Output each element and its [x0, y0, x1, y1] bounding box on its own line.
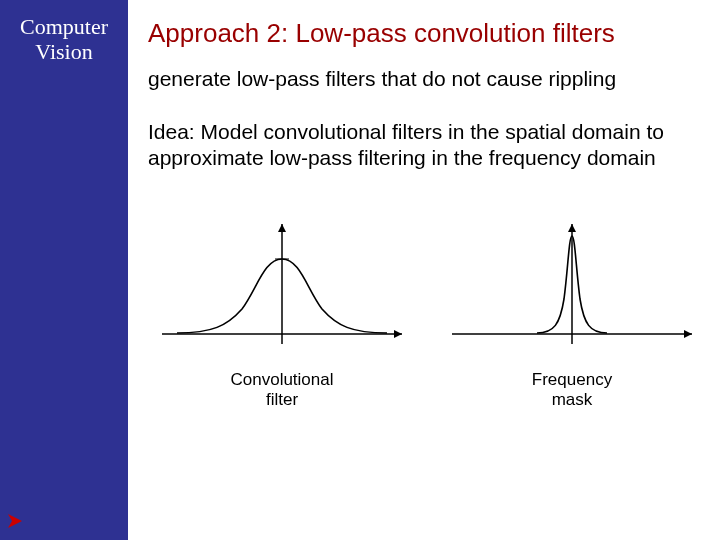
- svg-marker-10: [568, 224, 576, 232]
- caption-conv-text: Convolutionalfilter: [230, 370, 333, 409]
- svg-marker-2: [394, 330, 402, 338]
- sidebar-title-line1: Computer: [0, 14, 128, 39]
- caption-convolutional: Convolutionalfilter: [152, 370, 412, 411]
- figure-frequency-mask: [442, 214, 702, 354]
- svg-marker-0: [8, 514, 22, 528]
- idea-text: Idea: Model convolutional filters in the…: [148, 119, 668, 172]
- figure-convolutional-filter: [152, 214, 412, 354]
- caption-row: Convolutionalfilter Frequencymask: [152, 370, 702, 411]
- plot-convolutional: [152, 214, 412, 354]
- svg-marker-4: [278, 224, 286, 232]
- sidebar-title-line2: Vision: [0, 39, 128, 64]
- caption-frequency: Frequencymask: [442, 370, 702, 411]
- slide: Computer Vision Approach 2: Low-pass con…: [0, 0, 720, 540]
- slide-title: Approach 2: Low-pass convolution filters: [148, 18, 702, 49]
- plot-frequency: [442, 214, 702, 354]
- lead-text: generate low-pass filters that do not ca…: [148, 67, 702, 91]
- svg-marker-8: [684, 330, 692, 338]
- sidebar: Computer Vision: [0, 0, 128, 540]
- figure-row: [152, 214, 702, 354]
- next-arrow-icon[interactable]: [6, 512, 24, 530]
- content-area: Approach 2: Low-pass convolution filters…: [128, 0, 720, 540]
- caption-freq-text: Frequencymask: [532, 370, 612, 409]
